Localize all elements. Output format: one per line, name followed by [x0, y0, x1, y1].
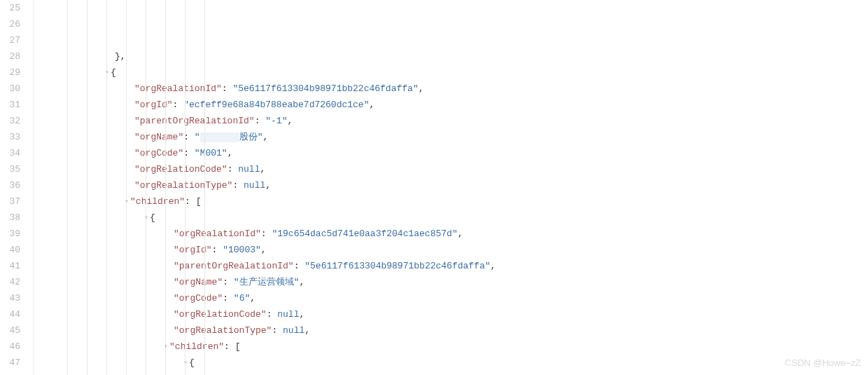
fold-toggle-icon[interactable]: ▾ [105, 64, 109, 81]
token-pun: , [304, 322, 310, 339]
fold-toggle-icon[interactable]: ▾ [164, 339, 168, 355]
token-pun: , [250, 290, 255, 306]
code-line[interactable]: ▾"children": [ [34, 193, 868, 210]
token-null: null [283, 322, 304, 339]
token-pun: , [497, 371, 503, 375]
token-str: "5e6117f613304b98971bb22c46fdaffa" [232, 81, 418, 97]
code-line[interactable]: ▾{ [34, 210, 868, 226]
token-pun: , [260, 161, 265, 177]
token-key: "orgRealationId" [174, 226, 261, 242]
fold-toggle-icon[interactable]: ▾ [125, 193, 129, 210]
token-pun: , [458, 226, 463, 242]
code-editor[interactable]: 2526272829303132333435363738394041424344… [0, 0, 868, 375]
line-number[interactable]: 34 [0, 145, 20, 161]
code-area[interactable]: },▾{"orgRealationId": "5e6117f613304b989… [34, 0, 868, 375]
token-key: "orgId" [174, 242, 212, 258]
token-str: "M001" [195, 145, 227, 161]
line-number[interactable]: 45 [0, 322, 20, 339]
watermark-text: CSDN @Howe~zZ [785, 355, 861, 371]
line-number[interactable]: 32 [0, 113, 20, 129]
code-line[interactable]: ▾{ [34, 64, 868, 81]
code-line[interactable]: ▾"children": [ [34, 339, 868, 355]
code-line[interactable]: }, [34, 48, 868, 64]
line-number[interactable]: 46 [0, 339, 20, 355]
token-pun: , [491, 258, 496, 274]
token-key: "parentOrgRealationId" [174, 258, 294, 274]
token-key: "children" [130, 193, 185, 210]
code-line[interactable]: "orgRelationCode": null, [34, 306, 868, 322]
token-str: " [195, 129, 200, 145]
token-str: "19c654dac5d741e0aa3f204c1aec857d" [272, 226, 457, 242]
fold-toggle-icon[interactable]: ▾ [144, 210, 148, 226]
line-number[interactable]: 41 [0, 258, 20, 274]
token-pun: : [212, 242, 223, 258]
token-pun: , [287, 113, 293, 129]
line-number[interactable]: 33 [0, 129, 20, 145]
line-number[interactable]: 35 [0, 161, 20, 177]
token-pun: : [300, 371, 312, 375]
code-line[interactable]: "orgCode": "6", [34, 290, 868, 306]
code-line[interactable]: "orgCode": "M001", [34, 145, 868, 161]
token-key: "orgCode" [134, 145, 183, 161]
line-number[interactable]: 40 [0, 242, 20, 258]
token-pun: }, [115, 48, 126, 64]
line-number[interactable]: 36 [0, 177, 20, 193]
code-line[interactable]: "orgName": "生产运营领域", [34, 274, 868, 290]
line-number[interactable]: 26 [0, 16, 20, 32]
token-pun: { [189, 355, 195, 371]
fold-toggle-icon[interactable]: ▾ [183, 355, 188, 371]
line-number[interactable]: 43 [0, 290, 20, 306]
token-pun: , [419, 81, 424, 97]
line-number[interactable]: 29 [0, 64, 20, 81]
line-number[interactable]: 42 [0, 274, 20, 290]
token-pun: , [227, 145, 233, 161]
token-pun: , [262, 129, 268, 145]
token-null: null [244, 177, 265, 193]
code-line[interactable]: "orgRealationType": null, [34, 322, 868, 339]
redacted-text [200, 132, 239, 142]
token-str: "-1" [265, 113, 287, 129]
line-number[interactable]: 37 [0, 193, 20, 210]
line-number[interactable]: 28 [0, 48, 20, 64]
line-number[interactable]: 47 [0, 355, 20, 371]
code-line[interactable]: "orgRealationId": "5e6117f613304b98971bb… [34, 81, 868, 97]
token-key: "children" [169, 339, 224, 355]
token-pun: , [261, 242, 267, 258]
code-line[interactable]: "orgRealationType": null, [34, 177, 868, 193]
line-number[interactable]: 39 [0, 226, 20, 242]
line-number[interactable]: 30 [0, 81, 20, 97]
code-line[interactable]: ▾{ [34, 355, 868, 371]
code-line[interactable]: "parentOrgRealationId": "-1", [34, 113, 868, 129]
line-number[interactable]: 44 [0, 306, 20, 322]
token-pun: : [261, 226, 272, 242]
line-number[interactable]: 38 [0, 210, 20, 226]
token-key: "parentOrgRealationId" [134, 113, 255, 129]
token-str: "生产运营领域" [234, 274, 300, 290]
token-pun: : [223, 274, 234, 290]
line-number[interactable]: 31 [0, 97, 20, 113]
code-line[interactable]: "orgId": "ecfeff9e68a84b788eabe7d7260dc1… [34, 97, 868, 113]
code-line[interactable]: "orgName": "股份", [34, 129, 868, 145]
token-pun: : [ [185, 193, 201, 210]
token-pun: : [255, 113, 266, 129]
line-number[interactable]: 25 [0, 0, 20, 16]
token-pun: : [ [224, 339, 240, 355]
token-key: "orgId" [134, 97, 173, 113]
token-str: "ecfeff9e68a84b788eabe7d7260dc1ce" [183, 97, 369, 113]
line-number-gutter[interactable]: 2526272829303132333435363738394041424344… [0, 0, 34, 375]
token-str: 股份" [239, 129, 263, 145]
code-line[interactable]: "parentOrgRealationId": "5e6117f613304b9… [34, 258, 868, 274]
code-line[interactable]: "orgRealationId": "1851e85aa1334559ad14a… [34, 371, 868, 375]
code-line[interactable]: "orgRelationCode": null, [34, 161, 868, 177]
token-pun: : [294, 258, 305, 274]
token-pun: { [150, 210, 155, 226]
token-pun: : [272, 322, 283, 339]
token-pun: : [227, 161, 239, 177]
token-key: "orgRealationId" [134, 81, 222, 97]
token-str: "5e6117f613304b98971bb22c46fdaffa" [304, 258, 490, 274]
token-key: "orgRelationCode" [174, 306, 267, 322]
line-number[interactable]: 27 [0, 32, 20, 48]
code-line[interactable]: "orgId": "10003", [34, 242, 868, 258]
token-pun: , [299, 306, 304, 322]
code-line[interactable]: "orgRealationId": "19c654dac5d741e0aa3f2… [34, 226, 868, 242]
